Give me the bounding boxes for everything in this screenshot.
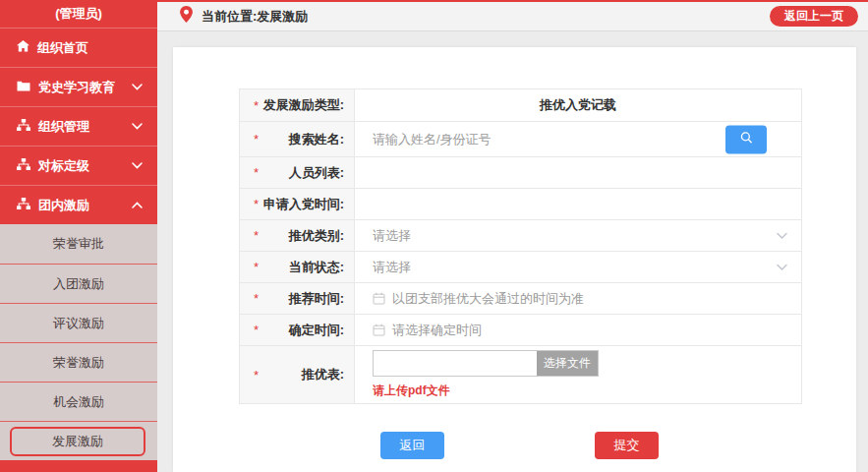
search-button[interactable] — [725, 125, 767, 153]
required-marker: * — [254, 197, 259, 211]
field-label: 人员列表: — [289, 164, 344, 182]
required-marker: * — [254, 165, 259, 180]
form-row-search-name: * 搜索姓名: — [240, 121, 801, 156]
chevron-down-icon — [777, 264, 787, 270]
submenu-item-label: 评议激励 — [53, 315, 104, 332]
recommend-category-select[interactable]: 请选择 — [355, 220, 801, 251]
sidebar-item-org-management[interactable]: 组织管理 — [0, 106, 157, 146]
recommend-time-picker[interactable]: 以团支部推优大会通过的时间为准 — [355, 283, 801, 314]
field-value-cell — [355, 122, 801, 156]
field-label: 推优类别: — [289, 227, 344, 245]
submenu-item-label: 荣誉审批 — [53, 235, 104, 253]
choose-file-button[interactable]: 选择文件 — [537, 351, 598, 376]
active-item-highlight-ring: 发展激励 — [10, 427, 145, 456]
field-label: 推荐时间: — [289, 290, 344, 308]
submenu-item-opportunity-incentive[interactable]: 机会激励 — [0, 382, 157, 421]
form-submit-button[interactable]: 提交 — [595, 432, 659, 459]
breadcrumb-current-location: 当前位置:发展激励 — [202, 8, 308, 26]
file-upload-input[interactable]: 选择文件 — [373, 350, 599, 377]
chevron-down-icon — [132, 123, 143, 130]
form-row-recommend-time: * 推荐时间: 以团支部推优大会通过的时间为准 — [240, 282, 801, 314]
form-card: * 发展激励类型: 推优入党记载 * 搜索姓名: — [173, 47, 856, 472]
date-placeholder: 以团支部推优大会通过的时间为准 — [392, 290, 584, 308]
topbar: 当前位置:发展激励 返回上一页 — [157, 0, 868, 31]
sidebar-item-party-history-education[interactable]: 党史学习教育 — [0, 67, 157, 106]
field-label: 确定时间: — [289, 322, 344, 339]
submenu-item-label: 发展激励 — [52, 433, 103, 450]
sidebar-item-label: 团内激励 — [38, 197, 89, 214]
page: (管理员) 组织首页 党史学习教育 组织管理 — [0, 0, 868, 472]
required-marker: * — [254, 368, 259, 383]
submenu-item-honor-incentive[interactable]: 荣誉激励 — [0, 342, 157, 382]
chevron-down-icon — [132, 162, 143, 169]
sidebar: (管理员) 组织首页 党史学习教育 组织管理 — [0, 0, 157, 472]
required-marker: * — [254, 98, 259, 113]
field-label-cell: * 人员列表: — [240, 157, 355, 188]
field-label: 当前状态: — [289, 259, 344, 276]
form-row-person-list: * 人员列表: — [240, 156, 801, 188]
incentive-type-value: 推优入党记载 — [540, 96, 616, 114]
chevron-down-icon — [132, 84, 143, 90]
form-row-recommend-form-upload: * 推优表: 选择文件 请上传pdf文件 — [240, 345, 801, 403]
submenu-item-label: 荣誉激励 — [53, 354, 104, 372]
sitemap-icon — [17, 198, 30, 212]
form-row-apply-party-time: * 申请入党时间: — [240, 188, 801, 219]
sidebar-item-label: 对标定级 — [38, 157, 89, 175]
submenu-item-development-incentive-active[interactable]: 发展激励 — [0, 421, 157, 460]
sidebar-item-benchmark-rating[interactable]: 对标定级 — [0, 146, 157, 185]
field-label: 申请入党时间: — [263, 196, 344, 213]
field-label: 搜索姓名: — [289, 131, 344, 148]
form-row-confirm-time: * 确定时间: 请选择确定时间 — [240, 314, 801, 345]
field-label-cell: * 搜索姓名: — [240, 122, 355, 156]
sitemap-icon — [17, 119, 30, 134]
map-pin-icon — [180, 6, 193, 27]
field-value-cell: 选择文件 请上传pdf文件 — [355, 346, 801, 403]
sidebar-submenu: 荣誉审批 入团激励 评议激励 荣誉激励 机会激励 发展激励 — [0, 224, 157, 460]
current-status-select[interactable]: 请选择 — [355, 252, 801, 282]
field-label-cell: * 发展激励类型: — [240, 89, 355, 121]
field-label: 发展激励类型: — [263, 96, 344, 114]
sidebar-item-org-home[interactable]: 组织首页 — [0, 28, 157, 67]
submenu-item-label: 机会激励 — [53, 393, 104, 411]
field-label-cell: * 推优类别: — [240, 220, 355, 251]
upload-hint-text: 请上传pdf文件 — [373, 383, 450, 399]
submenu-item-join-league-incentive[interactable]: 入团激励 — [0, 264, 157, 303]
sidebar-role-header: (管理员) — [0, 0, 157, 28]
submenu-item-honor-approval[interactable]: 荣誉审批 — [0, 224, 157, 264]
calendar-icon — [373, 292, 385, 305]
chevron-up-icon — [132, 202, 143, 208]
form-back-button[interactable]: 返回 — [380, 432, 444, 459]
date-placeholder: 请选择确定时间 — [392, 322, 482, 339]
field-label-cell: * 推优表: — [240, 346, 355, 403]
sidebar-item-label: 组织管理 — [38, 118, 89, 136]
select-placeholder: 请选择 — [373, 259, 411, 276]
required-marker: * — [254, 132, 259, 147]
sidebar-item-label: 组织首页 — [37, 39, 88, 57]
required-marker: * — [254, 260, 259, 274]
calendar-icon — [373, 324, 385, 336]
form-row-recommend-category: * 推优类别: 请选择 — [240, 219, 801, 251]
back-to-previous-page-button[interactable]: 返回上一页 — [770, 6, 858, 27]
apply-party-time-value-cell — [355, 189, 801, 219]
chevron-down-icon — [777, 232, 787, 239]
form-table: * 发展激励类型: 推优入党记载 * 搜索姓名: — [239, 88, 802, 404]
field-label-cell: * 推荐时间: — [240, 283, 355, 314]
required-marker: * — [254, 291, 259, 306]
search-icon — [739, 131, 754, 148]
submenu-item-label: 入团激励 — [53, 275, 104, 293]
submenu-item-review-incentive[interactable]: 评议激励 — [0, 303, 157, 342]
field-label-cell: * 当前状态: — [240, 252, 355, 282]
field-value-cell: 推优入党记载 — [355, 89, 801, 121]
required-marker: * — [254, 323, 259, 337]
confirm-time-picker[interactable]: 请选择确定时间 — [355, 315, 801, 345]
field-label-cell: * 申请入党时间: — [240, 189, 355, 219]
sidebar-item-league-incentive[interactable]: 团内激励 — [0, 185, 157, 224]
field-label-cell: * 确定时间: — [240, 315, 355, 345]
select-placeholder: 请选择 — [373, 227, 411, 245]
form-row-current-status: * 当前状态: 请选择 — [240, 251, 801, 282]
required-marker: * — [254, 228, 259, 243]
home-icon — [17, 40, 29, 55]
form-row-incentive-type: * 发展激励类型: 推优入党记载 — [240, 89, 801, 121]
sidebar-item-label: 党史学习教育 — [38, 79, 115, 96]
field-label: 推优表: — [302, 366, 344, 384]
